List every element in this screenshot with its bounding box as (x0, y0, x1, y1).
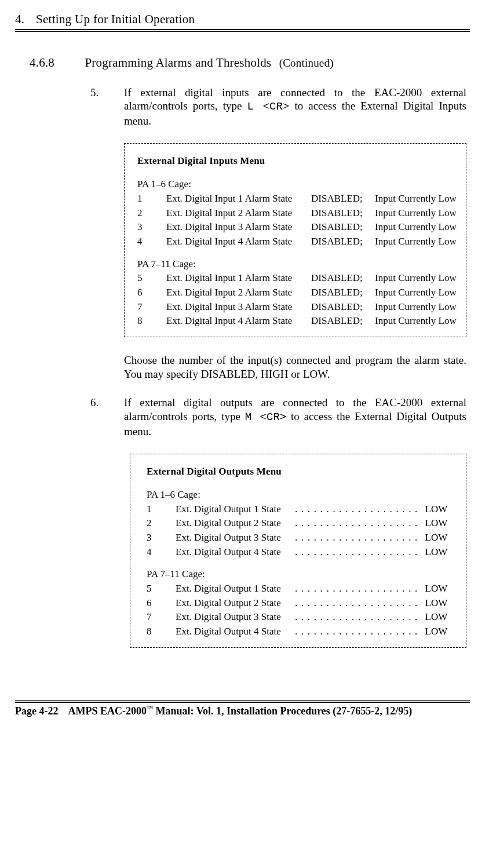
step-text: If external digital outputs are connecte… (124, 396, 466, 438)
row-num: 4 (147, 545, 176, 560)
menu-row: 5Ext. Digital Input 1 Alarm StateDISABLE… (137, 271, 453, 286)
row-num: 2 (147, 516, 176, 531)
row-state: DISABLED; (311, 300, 375, 315)
leader-dots: . . . . . . . . . . . . . . . . . . . . (295, 625, 418, 639)
header-divider (15, 29, 470, 32)
cage-label: PA 7–11 Cage: (147, 567, 453, 582)
menu-row: 6Ext. Digital Output 2 State. . . . . . … (147, 596, 453, 611)
row-status: Input Currently Low (375, 206, 457, 221)
step-number: 5. (90, 86, 124, 100)
row-state: LOW (425, 625, 448, 639)
menu-row: 3Ext. Digital Output 3 State. . . . . . … (147, 531, 453, 545)
row-label: Ext. Digital Output 1 State (176, 502, 295, 517)
leader-dots: . . . . . . . . . . . . . . . . . . . . (295, 531, 418, 545)
row-state: LOW (425, 545, 448, 560)
row-label: Ext. Digital Output 4 State (176, 625, 295, 639)
row-label: Ext. Digital Input 1 Alarm State (166, 271, 311, 286)
page-footer: Page 4-22 AMPS EAC-2000™ Manual: Vol. 1,… (15, 705, 470, 718)
row-num: 7 (137, 300, 166, 315)
menu-title: External Digital Inputs Menu (137, 154, 453, 169)
leader-dots: . . . . . . . . . . . . . . . . . . . . (295, 502, 418, 517)
row-state: DISABLED; (311, 286, 375, 300)
step-number: 6. (90, 396, 124, 410)
row-num: 6 (137, 286, 166, 300)
row-num: 1 (147, 502, 176, 517)
row-state: DISABLED; (311, 220, 375, 235)
row-status: Input Currently Low (375, 286, 457, 300)
row-label: Ext. Digital Output 1 State (176, 582, 295, 596)
row-state: LOW (425, 596, 448, 611)
row-label: Ext. Digital Output 4 State (176, 545, 295, 560)
row-status: Input Currently Low (375, 271, 457, 286)
row-num: 7 (147, 610, 176, 625)
row-label: Ext. Digital Input 2 Alarm State (166, 286, 311, 300)
menu-row: 5Ext. Digital Output 1 State. . . . . . … (147, 582, 453, 596)
page-number: Page 4-22 (15, 705, 58, 717)
row-state: LOW (425, 502, 448, 517)
row-state: DISABLED; (311, 235, 375, 249)
menu-row: 4Ext. Digital Output 4 State. . . . . . … (147, 545, 453, 560)
menu-row: 3Ext. Digital Input 3 Alarm StateDISABLE… (137, 220, 453, 235)
menu-title: External Digital Outputs Menu (147, 465, 453, 479)
row-label: Ext. Digital Output 2 State (176, 516, 295, 531)
leader-dots: . . . . . . . . . . . . . . . . . . . . (295, 545, 418, 560)
leader-dots: . . . . . . . . . . . . . . . . . . . . (295, 610, 418, 625)
menu-row: 8Ext. Digital Output 4 State. . . . . . … (147, 625, 453, 639)
row-num: 6 (147, 596, 176, 611)
row-num: 5 (147, 582, 176, 596)
section-heading: 4.6.8 Programming Alarms and Thresholds … (30, 55, 470, 70)
row-state: DISABLED; (311, 206, 375, 221)
leader-dots: . . . . . . . . . . . . . . . . . . . . (295, 596, 418, 611)
chapter-title: Setting Up for Initial Operation (36, 12, 195, 26)
step-6: 6. If external digital outputs are conne… (90, 396, 466, 438)
row-label: Ext. Digital Input 1 Alarm State (166, 192, 311, 206)
footer-prefix: AMPS EAC-2000 (68, 705, 147, 717)
row-num: 1 (137, 192, 166, 206)
row-state: DISABLED; (311, 271, 375, 286)
row-label: Ext. Digital Input 4 Alarm State (166, 314, 311, 329)
footer-suffix: Manual: Vol. 1, Installation Procedures … (153, 705, 412, 717)
row-num: 3 (137, 220, 166, 235)
command-text: M <CR> (245, 411, 287, 424)
step-text: If external digital inputs are connected… (124, 86, 466, 128)
row-num: 8 (137, 314, 166, 329)
leader-dots: . . . . . . . . . . . . . . . . . . . . (295, 516, 418, 531)
cage-label: PA 1–6 Cage: (137, 177, 453, 192)
row-label: Ext. Digital Output 3 State (176, 610, 295, 625)
row-label: Ext. Digital Input 2 Alarm State (166, 206, 311, 221)
row-status: Input Currently Low (375, 235, 457, 249)
menu-row: 6Ext. Digital Input 2 Alarm StateDISABLE… (137, 286, 453, 300)
row-status: Input Currently Low (375, 314, 457, 329)
step-5-continued: Choose the number of the input(s) connec… (124, 353, 466, 381)
menu-row: 4Ext. Digital Input 4 Alarm StateDISABLE… (137, 235, 453, 249)
row-state: DISABLED; (311, 192, 375, 206)
row-state: LOW (425, 516, 448, 531)
menu-row: 2Ext. Digital Output 2 State. . . . . . … (147, 516, 453, 531)
row-state: LOW (425, 610, 448, 625)
command-text: L <CR> (247, 100, 290, 113)
row-label: Ext. Digital Input 3 Alarm State (166, 220, 311, 235)
leader-dots: . . . . . . . . . . . . . . . . . . . . (295, 582, 418, 596)
step-5: 5. If external digital inputs are connec… (90, 86, 466, 128)
row-label: Ext. Digital Input 3 Alarm State (166, 300, 311, 315)
external-inputs-menu: External Digital Inputs Menu PA 1–6 Cage… (124, 143, 466, 337)
menu-row: 7Ext. Digital Output 3 State. . . . . . … (147, 610, 453, 625)
menu-row: 1Ext. Digital Output 1 State. . . . . . … (147, 502, 453, 517)
continued-label: (Continued) (279, 57, 334, 69)
menu-row: 1Ext. Digital Input 1 Alarm StateDISABLE… (137, 192, 453, 206)
row-status: Input Currently Low (375, 192, 457, 206)
chapter-header: 4. Setting Up for Initial Operation (15, 12, 470, 27)
row-state: DISABLED; (311, 314, 375, 329)
footer-divider (15, 700, 470, 703)
row-label: Ext. Digital Input 4 Alarm State (166, 235, 311, 249)
row-num: 5 (137, 271, 166, 286)
section-number: 4.6.8 (30, 55, 82, 70)
trademark-icon: ™ (147, 705, 153, 712)
row-num: 8 (147, 625, 176, 639)
row-num: 4 (137, 235, 166, 249)
row-state: LOW (425, 582, 448, 596)
row-state: LOW (425, 531, 448, 545)
menu-row: 8Ext. Digital Input 4 Alarm StateDISABLE… (137, 314, 453, 329)
row-status: Input Currently Low (375, 300, 457, 315)
menu-row: 7Ext. Digital Input 3 Alarm StateDISABLE… (137, 300, 453, 315)
